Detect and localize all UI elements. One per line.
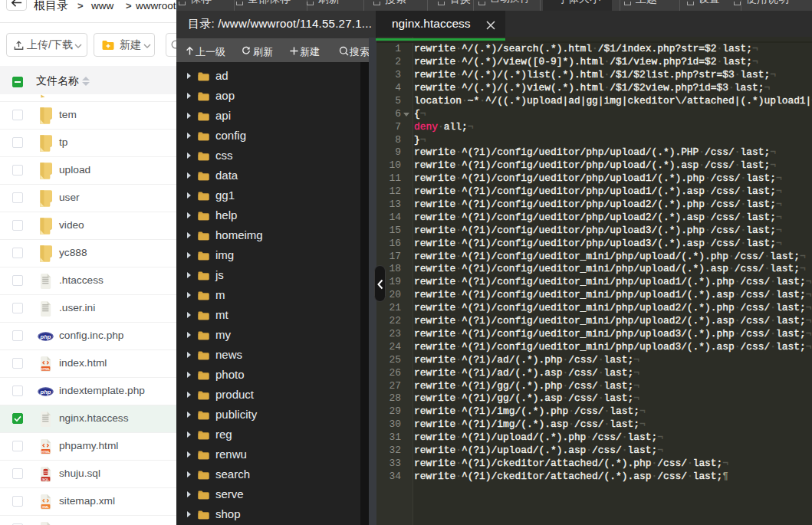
svg-text:XML: XML [42, 505, 49, 509]
svg-text:HTML: HTML [41, 450, 50, 454]
svg-text:HTML: HTML [41, 367, 50, 371]
svg-text:php: php [39, 389, 51, 395]
svg-text:SQL: SQL [42, 477, 49, 481]
svg-text:php: php [39, 333, 51, 340]
